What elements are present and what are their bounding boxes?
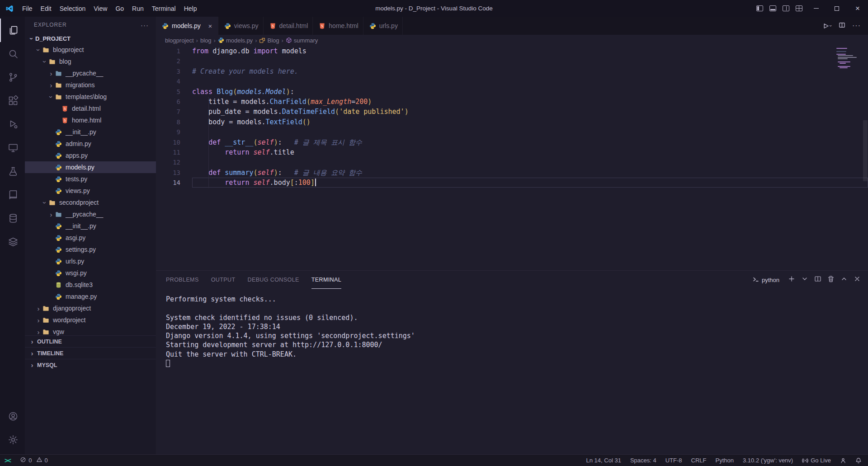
menu-selection[interactable]: Selection (56, 5, 90, 12)
activity-explorer[interactable] (0, 19, 25, 42)
tree-item-init-py[interactable]: __init__.py (25, 220, 156, 232)
code-line-13[interactable]: 13 def summary(self): # 글 내용 요약 함수 (156, 168, 868, 178)
tree-item-settings-py[interactable]: settings.py (25, 244, 156, 255)
tab-views-py[interactable]: views.py× (218, 17, 264, 35)
tab-models-py[interactable]: models.py× (156, 17, 218, 35)
split-editor-icon[interactable] (839, 22, 845, 30)
activity-layers[interactable] (0, 230, 25, 254)
toggle-sidebar-icon[interactable] (756, 5, 763, 11)
breadcrumb-models-py[interactable]: models.py (218, 37, 253, 44)
code-line-1[interactable]: 1from django.db import models (156, 46, 868, 56)
status-3-10-2-ygw[interactable]: 3.10.2 ('ygw': venv) (738, 455, 797, 466)
menu-run[interactable]: Run (128, 5, 148, 12)
code-line-7[interactable]: 7 pub_date = models.DateTimeField('date … (156, 107, 868, 117)
activity-extensions[interactable] (0, 89, 25, 113)
code-line-8[interactable]: 8 body = models.TextField() (156, 117, 868, 127)
problems-indicator[interactable]: 0 0 (16, 455, 52, 466)
tree-item-migrations[interactable]: ›migrations (25, 79, 156, 91)
tree-item-pycache[interactable]: ›__pycache__ (25, 208, 156, 220)
status-python[interactable]: Python (711, 455, 738, 466)
tab-home-html[interactable]: 5home.html× (313, 17, 363, 35)
menu-go[interactable]: Go (111, 5, 128, 12)
terminal-shell-item[interactable]: python (752, 276, 779, 284)
maximize-panel-icon[interactable] (840, 275, 848, 284)
menu-view[interactable]: View (90, 5, 111, 12)
menu-help[interactable]: Help (180, 5, 201, 12)
tree-item-blog[interactable]: ›blog (25, 56, 156, 67)
panel-tab-problems[interactable]: PROBLEMS (166, 271, 199, 289)
code-line-12[interactable]: 12 (156, 157, 868, 167)
tree-item-detail-html[interactable]: 5detail.html (25, 103, 156, 114)
tree-item-wsgi-py[interactable]: wsgi.py (25, 267, 156, 279)
go-live-button[interactable]: Go Live (797, 455, 835, 466)
terminal-dropdown-icon[interactable] (801, 275, 808, 284)
menu-edit[interactable]: Edit (37, 5, 56, 12)
explorer-more-icon[interactable]: ··· (141, 21, 149, 29)
code-line-9[interactable]: 9 (156, 127, 868, 137)
tree-item-secondproject[interactable]: ›secondproject (25, 197, 156, 208)
activity-search[interactable] (0, 42, 25, 66)
status-spaces[interactable]: Spaces: 4 (626, 455, 661, 466)
status-utf-8[interactable]: UTF-8 (661, 455, 687, 466)
minimap[interactable] (836, 48, 862, 69)
tree-item-templates-blog[interactable]: ›templates\blog (25, 91, 156, 103)
breadcrumb-blogproject[interactable]: blogproject (165, 37, 194, 44)
menu-terminal[interactable]: Terminal (148, 5, 180, 12)
code-line-14[interactable]: 14 return self.body[:100] (156, 178, 868, 188)
activity-docs[interactable] (0, 183, 25, 207)
run-python-file-button[interactable]: › (822, 23, 832, 29)
activity-run-debug[interactable] (0, 113, 25, 136)
code-line-10[interactable]: 10 def __str__(self): # 글 제목 표시 함수 (156, 137, 868, 147)
new-terminal-icon[interactable] (788, 275, 795, 284)
breadcrumb-summary[interactable]: summary (286, 37, 318, 44)
close-button[interactable]: × (847, 0, 868, 17)
tree-item-db-sqlite3[interactable]: db.sqlite3 (25, 279, 156, 291)
run-dropdown-icon[interactable]: › (828, 25, 834, 27)
toggle-secondary-sidebar-icon[interactable] (783, 5, 789, 11)
close-panel-icon[interactable] (854, 275, 861, 284)
menu-file[interactable]: File (18, 5, 37, 12)
tab-detail-html[interactable]: 5detail.html× (264, 17, 313, 35)
split-terminal-icon[interactable] (814, 275, 821, 284)
feedback-person-icon[interactable] (835, 455, 851, 466)
activity-database[interactable] (0, 207, 25, 230)
code-editor[interactable]: 1from django.db import models23# Create … (156, 46, 868, 270)
tree-item-blogproject[interactable]: ›blogproject (25, 44, 156, 56)
maximize-button[interactable] (826, 0, 847, 17)
tree-item-vgw[interactable]: ›vgw (25, 326, 156, 335)
code-line-5[interactable]: 5class Blog(models.Model): (156, 87, 868, 97)
activity-testing[interactable] (0, 160, 25, 183)
tree-item-home-html[interactable]: 5home.html (25, 114, 156, 126)
status-ln-14[interactable]: Ln 14, Col 31 (582, 455, 626, 466)
code-line-3[interactable]: 3# Create your models here. (156, 66, 868, 76)
terminal-output[interactable]: Performing system checks... System check… (156, 289, 868, 454)
activity-source-control[interactable] (0, 66, 25, 89)
tree-item-pycache[interactable]: ›__pycache__ (25, 67, 156, 79)
tab-urls-py[interactable]: urls.py× (363, 17, 403, 35)
tree-item-djangoproject[interactable]: ›djangoproject (25, 302, 156, 314)
sidebar-section-outline[interactable]: ›OUTLINE (25, 335, 156, 347)
tree-item-wordproject[interactable]: ›wordproject (25, 314, 156, 326)
kill-terminal-icon[interactable] (827, 275, 835, 284)
tree-root-dproject[interactable]: › D_PROJECT (25, 33, 156, 44)
breadcrumb-blog[interactable]: Blog (259, 37, 279, 44)
editor-scrollbar[interactable] (863, 120, 868, 181)
code-line-11[interactable]: 11 return self.title (156, 147, 868, 157)
tree-item-manage-py[interactable]: manage.py (25, 291, 156, 302)
remote-indicator[interactable]: >< (0, 455, 16, 466)
panel-tab-terminal[interactable]: TERMINAL (311, 271, 341, 289)
tree-item-init-py[interactable]: __init__.py (25, 126, 156, 138)
panel-tab-output[interactable]: OUTPUT (211, 271, 236, 289)
activity-remote-explorer[interactable] (0, 136, 25, 160)
tree-item-admin-py[interactable]: admin.py (25, 138, 156, 150)
code-line-2[interactable]: 2 (156, 56, 868, 66)
editor-more-icon[interactable]: ··· (852, 22, 861, 30)
tree-item-apps-py[interactable]: apps.py (25, 150, 156, 161)
toggle-panel-icon[interactable] (769, 5, 776, 11)
activity-account[interactable] (0, 405, 25, 428)
tree-item-asgi-py[interactable]: asgi.py (25, 232, 156, 244)
sidebar-section-timeline[interactable]: ›TIMELINE (25, 347, 156, 359)
minimize-button[interactable] (806, 0, 826, 17)
close-tab-icon[interactable]: × (207, 22, 213, 30)
status-crlf[interactable]: CRLF (687, 455, 711, 466)
